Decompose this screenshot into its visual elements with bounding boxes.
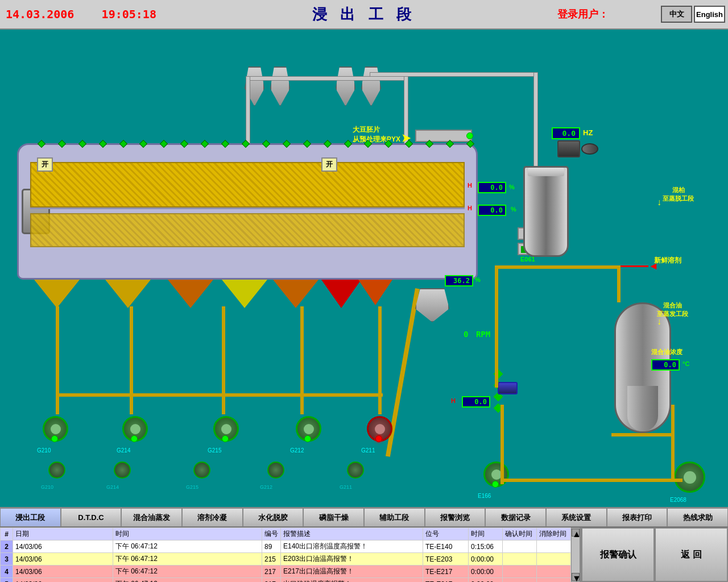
- nav-hotline[interactable]: 热线求助: [667, 508, 728, 527]
- pipe-v-right-3: [617, 265, 621, 302]
- mixed-oil-val: 0.0: [651, 359, 680, 371]
- alarm-scrollbar[interactable]: ▲ ▼: [571, 527, 580, 582]
- pipe-v-1: [56, 306, 59, 414]
- open-switch-2[interactable]: 开: [321, 157, 337, 172]
- valve-top-11: [262, 140, 270, 148]
- valve-top-6: [160, 140, 168, 148]
- val-display-1: 0.0: [478, 182, 506, 193]
- alarm-row-0: 2 14/03/06 下午 06:47:12 89 E140出口溶剂温度高报警！…: [1, 541, 571, 553]
- cell-tag: TE-E140: [423, 541, 469, 553]
- pipe-v-5: [378, 306, 382, 414]
- cell-time: 下午 06:47:12: [113, 566, 262, 578]
- valve-top-9: [221, 140, 229, 148]
- cell-num: 5: [1, 578, 13, 583]
- funnel-red-2: [358, 280, 392, 305]
- m-display: 0.0: [462, 396, 490, 408]
- pipe-v-4: [300, 306, 304, 414]
- cell-t3: [537, 578, 571, 583]
- col-t2: 确认时间: [503, 528, 537, 541]
- pump-g211-indicator: [375, 435, 382, 442]
- valve-top-4: [119, 140, 127, 148]
- mixed-oil-conc-label: 混合油浓度: [651, 348, 682, 356]
- pump-g212-indicator: [304, 435, 311, 442]
- valve-top-18: [405, 140, 413, 148]
- nav-hydration[interactable]: 水化脱胶: [243, 508, 304, 527]
- cell-num: 4: [1, 566, 13, 578]
- pump-inner-4: [304, 424, 314, 434]
- blue-motor-body: [498, 382, 518, 394]
- motor-body: [557, 140, 580, 157]
- nav-auxiliary[interactable]: 辅助工段: [364, 508, 425, 527]
- col-t3: 消除时间: [537, 528, 571, 541]
- valve-top-16: [364, 140, 372, 148]
- nav-phospholipid[interactable]: 磷脂干燥: [303, 508, 364, 527]
- alarm-row-3: 5 14/03/06 下午 06:47:12 217 出口确确温度高报警！ TE…: [1, 578, 571, 583]
- alarm-actions: 报警确认 返 回: [580, 527, 728, 582]
- nav-report-print[interactable]: 报表打印: [607, 508, 668, 527]
- pipe-v-to-tank: [533, 72, 538, 174]
- col-t1: 时间: [469, 528, 503, 541]
- nav-solvent-cond[interactable]: 溶剂冷凝: [182, 508, 243, 527]
- nav-data-log[interactable]: 数据记录: [485, 508, 546, 527]
- valve-top-12: [283, 140, 291, 148]
- main-tank-right: [523, 166, 569, 257]
- scroll-track: [572, 537, 580, 572]
- col-time: 时间: [113, 528, 262, 541]
- cell-tag: TE-E203: [423, 553, 469, 566]
- material-layer-1: [30, 162, 465, 207]
- pump-inner-7: [684, 471, 696, 484]
- cell-t3: [537, 566, 571, 578]
- nav-system-settings[interactable]: 系统设置: [546, 508, 607, 527]
- tank-top-cap: [528, 168, 564, 176]
- small-pump-label-4: G212: [260, 484, 272, 490]
- small-pump-label-3: G215: [186, 484, 198, 490]
- alarm-rows: 2 14/03/06 下午 06:47:12 89 E140出口溶剂温度高报警！…: [1, 541, 571, 583]
- funnel-2: [105, 280, 151, 308]
- pump-label-g215: G215: [208, 447, 221, 454]
- mixed-oil-arrow: ↓: [657, 317, 661, 327]
- val-display-2: 0.0: [478, 205, 506, 216]
- pump-label-g210: G210: [37, 447, 51, 454]
- scroll-down[interactable]: ▼: [572, 573, 580, 581]
- valve-top-19: [425, 140, 433, 148]
- valve-top-17: [384, 140, 392, 148]
- valve-top-2: [78, 140, 86, 148]
- pump-inner-3: [221, 424, 231, 434]
- pump-label-g214: G214: [117, 447, 130, 454]
- valve-top-10: [242, 140, 250, 148]
- cell-desc: E203出口油温高报警！: [281, 553, 423, 566]
- percent-label-2: %: [509, 184, 515, 190]
- small-pump-3: [193, 462, 210, 479]
- funnel-1: [34, 280, 80, 308]
- mixed-pulp-label: 混柏至蒸脱工段: [663, 186, 694, 203]
- nav-dtdc[interactable]: D.T.D.C: [61, 508, 122, 527]
- nav-alarm-browse[interactable]: 报警浏览: [425, 508, 486, 527]
- conveyor-indicator: [466, 132, 473, 139]
- alarm-row-1: 3 14/03/06 下午 06:47:12 215 E203出口油温高报警！ …: [1, 553, 571, 566]
- open-switch-1[interactable]: 开: [37, 157, 53, 172]
- vessel-bottom: [627, 386, 658, 431]
- date-value: 14.03.2006: [6, 7, 74, 21]
- nav-leaching[interactable]: 浸出工段: [0, 508, 61, 527]
- col-tag: 位号: [423, 528, 469, 541]
- alarm-confirm-button[interactable]: 报警确认: [581, 527, 655, 582]
- nav-mixed-oil-evap[interactable]: 混合油蒸发: [121, 508, 182, 527]
- chinese-lang-button[interactable]: 中文: [661, 6, 692, 23]
- cell-t3: [537, 541, 571, 553]
- cell-date: 14/03/06: [13, 553, 113, 566]
- pump-g214-indicator: [131, 435, 138, 442]
- alarm-return-button[interactable]: 返 回: [655, 527, 728, 582]
- motor-group: [557, 140, 580, 157]
- cell-desc: E140出口溶剂温度高报警！: [281, 541, 423, 553]
- percent-label-1: %: [511, 206, 516, 213]
- cyclone-right: [415, 288, 449, 345]
- pump-inner: [51, 424, 61, 434]
- english-lang-button[interactable]: English: [694, 6, 725, 23]
- cell-code: 217: [262, 566, 281, 578]
- pipe-h-bottom: [56, 393, 383, 397]
- pump-e166-indicator: [492, 481, 499, 488]
- cell-num: 3: [1, 553, 13, 566]
- small-pump-4: [267, 462, 284, 479]
- rpm-unit: RPM: [476, 330, 490, 339]
- scroll-up[interactable]: ▲: [572, 529, 580, 537]
